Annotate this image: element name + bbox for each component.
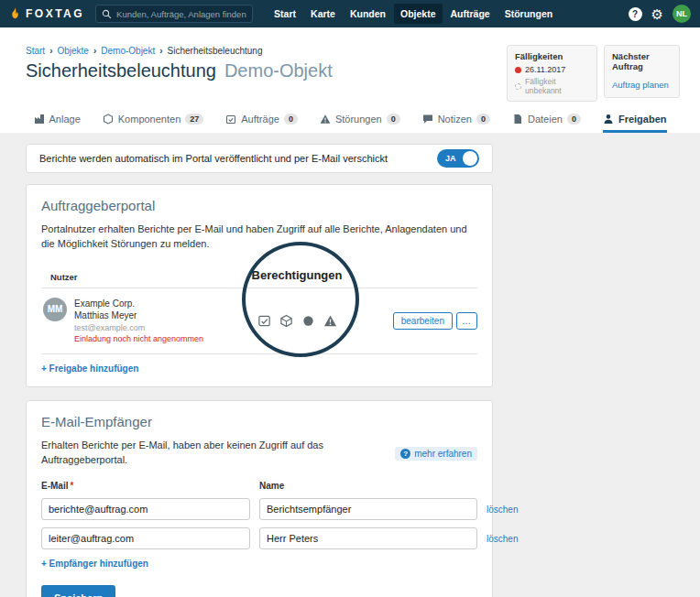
tab-count-badge: 0: [284, 114, 298, 125]
portal-table-header: Nutzer Berechtigungen: [41, 266, 477, 288]
nav-item-kunden[interactable]: Kunden: [344, 4, 392, 24]
brand-logo[interactable]: FOXTAG: [9, 7, 84, 20]
save-button[interactable]: Speichern: [41, 585, 115, 597]
tab-count-badge: 27: [185, 114, 203, 125]
brand-name: FOXTAG: [26, 7, 84, 20]
warning-icon: [320, 114, 331, 125]
breadcrumb-separator: ›: [93, 46, 96, 56]
recipient-name-input[interactable]: [259, 527, 477, 549]
auto-publish-text: Berichte werden automatisch im Portal ve…: [39, 153, 388, 164]
recipients-form: E-Mail* Name löschen löschen: [41, 481, 477, 549]
auto-publish-toggle[interactable]: JA: [437, 149, 479, 168]
global-search: [95, 5, 253, 23]
page-title: Sicherheitsbeleuchtung: [26, 60, 216, 81]
tab-count-badge: 0: [567, 114, 581, 125]
plan-order-link[interactable]: Auftrag planen: [612, 80, 669, 90]
tab-label: Störungen: [335, 114, 382, 125]
tab-freigaben[interactable]: Freigaben: [603, 114, 667, 133]
recipient-email-input[interactable]: [41, 527, 250, 549]
gear-icon[interactable]: ⚙: [651, 7, 663, 21]
delete-recipient-link[interactable]: löschen: [487, 534, 523, 544]
page-subtitle: Demo-Objekt: [224, 60, 333, 81]
help-icon[interactable]: ?: [629, 7, 642, 21]
tab-dateien[interactable]: Dateien 0: [512, 114, 581, 133]
user-avatar[interactable]: NL: [673, 5, 691, 23]
navbar-right: ? ⚙ NL: [629, 5, 691, 23]
nav-item-stoerungen[interactable]: Störungen: [498, 4, 560, 24]
breadcrumb-objekte[interactable]: Objekte: [57, 46, 88, 56]
name-column-label: Name: [259, 481, 477, 491]
recipient-name-input[interactable]: [259, 498, 477, 520]
anlage-icon: [34, 114, 45, 125]
file-icon: [512, 114, 523, 125]
content-area: Berichte werden automatisch im Portal ve…: [0, 133, 700, 597]
permission-components-icon: [279, 314, 293, 328]
flame-icon: [9, 7, 21, 20]
breadcrumb-separator: ›: [159, 46, 162, 56]
tab-notizen[interactable]: Notizen 0: [422, 114, 490, 133]
delete-recipient-link[interactable]: löschen: [487, 505, 523, 515]
user-invite-status: Einladung noch nicht angenommen: [74, 333, 203, 344]
due-dates-title: Fälligkeiten: [515, 51, 589, 61]
breadcrumb-current: Sicherheitsbeleuchtung: [168, 46, 263, 56]
portal-user-row: MM Example Corp. Matthias Meyer test@exa…: [41, 288, 477, 354]
question-icon: ?: [400, 449, 410, 459]
main-nav: Start Karte Kunden Objekte Aufträge Stör…: [268, 4, 559, 24]
recipient-email-input[interactable]: [41, 498, 250, 520]
next-order-title: Nächster Auftrag: [612, 51, 672, 71]
tab-bar: Anlage Komponenten 27 Aufträge 0 Störung…: [0, 102, 700, 133]
user-info: MM Example Corp. Matthias Meyer test@exa…: [41, 298, 228, 344]
due-unknown-icon: [515, 83, 521, 90]
column-header-user: Nutzer: [41, 272, 228, 282]
required-mark: *: [70, 481, 73, 491]
add-recipient-link[interactable]: + Empfänger hinzufügen: [41, 559, 148, 569]
nav-item-auftraege[interactable]: Aufträge: [444, 4, 497, 24]
tab-stoerungen[interactable]: Störungen 0: [320, 114, 400, 133]
learn-more-label: mehr erfahren: [414, 449, 472, 459]
tab-label: Komponenten: [118, 114, 181, 125]
breadcrumb-demo-objekt[interactable]: Demo-Objekt: [101, 46, 155, 56]
search-icon: [102, 9, 112, 19]
tab-komponenten[interactable]: Komponenten 27: [103, 114, 204, 133]
nav-item-karte[interactable]: Karte: [304, 4, 342, 24]
components-icon: [103, 114, 114, 125]
more-actions-button[interactable]: …: [456, 312, 477, 330]
note-icon: [422, 114, 433, 125]
nav-item-objekte[interactable]: Objekte: [394, 4, 443, 24]
nav-item-start[interactable]: Start: [268, 4, 302, 24]
due-date: 26.11.2017: [525, 65, 565, 74]
permission-icons: [228, 314, 366, 328]
user-row-actions: bearbeiten …: [366, 312, 477, 330]
tab-label: Freigaben: [618, 114, 667, 125]
top-navbar: FOXTAG Start Karte Kunden Objekte Aufträ…: [0, 0, 700, 27]
edit-user-button[interactable]: bearbeiten: [393, 312, 453, 330]
tab-label: Notizen: [438, 114, 472, 125]
email-recipients-card: E-Mail-Empfänger Erhalten Berichte per E…: [26, 400, 493, 597]
page-titles: Sicherheitsbeleuchtung Demo-Objekt: [26, 60, 333, 81]
email-card-title: E-Mail-Empfänger: [41, 414, 477, 429]
add-share-link[interactable]: + Freigabe hinzufügen: [41, 364, 138, 374]
due-dates-panel: Fälligkeiten 26.11.2017 Fälligkeit unbek…: [507, 45, 597, 102]
user-email: test@example.com: [74, 322, 203, 333]
page: FOXTAG Start Karte Kunden Objekte Aufträ…: [0, 0, 700, 597]
tab-auftraege[interactable]: Aufträge 0: [225, 114, 298, 133]
search-input[interactable]: [116, 9, 246, 19]
auto-publish-bar: Berichte werden automatisch im Portal ve…: [26, 144, 493, 173]
due-unknown-label: Fälligkeit unbekannt: [525, 77, 589, 95]
permission-status-icon: [301, 314, 315, 328]
tab-label: Aufträge: [241, 114, 279, 125]
portal-card-title: Auftraggeberportal: [41, 198, 477, 213]
learn-more-badge[interactable]: ? mehr erfahren: [395, 447, 477, 461]
due-red-dot-icon: [515, 67, 521, 73]
portal-card-description: Portalnutzer erhalten Berichte per E-Mai…: [41, 223, 477, 252]
user-name: Matthias Meyer: [74, 309, 203, 322]
breadcrumb: Start › Objekte › Demo-Objekt › Sicherhe…: [26, 46, 263, 56]
toggle-state-label: JA: [445, 154, 456, 163]
tab-count-badge: 0: [387, 114, 400, 125]
breadcrumb-start[interactable]: Start: [26, 46, 45, 56]
email-card-description: Erhalten Berichte per E-Mail, haben aber…: [41, 439, 389, 468]
tab-label: Anlage: [49, 114, 81, 125]
email-column-label: E-Mail*: [41, 481, 250, 491]
tab-anlage[interactable]: Anlage: [34, 114, 81, 133]
page-header: Start › Objekte › Demo-Objekt › Sicherhe…: [0, 27, 700, 133]
